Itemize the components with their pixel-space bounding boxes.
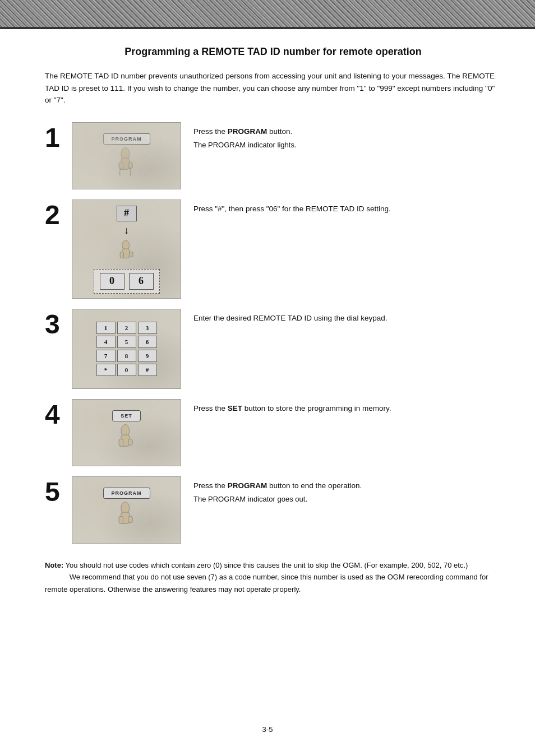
hash-button: #: [117, 206, 137, 221]
step-1-sub: The PROGRAM indicator lights.: [193, 140, 501, 151]
intro-text: The REMOTE TAD ID number prevents unauth…: [45, 70, 501, 106]
step-4-bold: SET: [228, 404, 242, 412]
arrow-down-icon: ↓: [124, 225, 129, 236]
steps-container: 1 PROGRAM: [45, 122, 501, 544]
key-1: 1: [96, 322, 116, 334]
program-button-label: PROGRAM: [103, 133, 150, 145]
svg-rect-7: [129, 252, 132, 257]
key-7: 7: [96, 350, 116, 362]
page-content: Programming a REMOTE TAD ID number for r…: [0, 29, 535, 629]
finger-press-icon: [116, 238, 138, 266]
keypad: 1 2 3 4 5 6 7 8 9 * 0 #: [96, 322, 157, 376]
step-3-text: Enter the desired REMOTE TAD ID using th…: [193, 309, 501, 327]
step-5-sub: The PROGRAM indicator goes out.: [193, 494, 501, 505]
step-2-row: 2 # ↓: [45, 200, 501, 299]
svg-rect-3: [128, 162, 132, 168]
step-2-top: # ↓: [116, 206, 138, 266]
num-row: 0 6: [94, 269, 160, 294]
step-5-action: Press the PROGRAM button to end the oper…: [193, 480, 501, 492]
note-section: Note: You should not use codes which con…: [45, 559, 501, 595]
set-button-label: SET: [112, 410, 141, 421]
key-9: 9: [138, 350, 157, 362]
svg-rect-2: [119, 162, 123, 169]
page-footer: 3-5: [0, 725, 535, 734]
key-8: 8: [117, 350, 136, 362]
key-6: 6: [138, 336, 157, 348]
hand-program2-icon: [113, 499, 141, 532]
step-4-wrapper: SET: [72, 402, 181, 463]
svg-rect-15: [128, 516, 132, 522]
page-title: Programming a REMOTE TAD ID number for r…: [45, 46, 501, 58]
hand-pointing-icon: [113, 145, 141, 178]
num-0: 0: [100, 273, 124, 290]
key-5: 5: [117, 336, 136, 348]
svg-rect-14: [119, 516, 123, 523]
svg-rect-11: [128, 439, 132, 445]
page: Programming a REMOTE TAD ID number for r…: [0, 0, 535, 756]
program-button-2-label: PROGRAM: [103, 488, 150, 499]
note-text-2: We recommend that you do not use seven (…: [45, 573, 488, 593]
step-4-image: SET: [72, 399, 181, 466]
step-3-row: 3 1 2 3 4 5 6 7 8 9: [45, 309, 501, 389]
step-5-bold: PROGRAM: [228, 481, 268, 490]
step-1-image: PROGRAM: [72, 122, 181, 189]
top-band-line: [0, 27, 535, 29]
step-3-image: 1 2 3 4 5 6 7 8 9 * 0 #: [72, 309, 181, 389]
step-1-text: Press the PROGRAM button. The PROGRAM in…: [193, 122, 501, 151]
key-hash: #: [138, 364, 157, 376]
key-2: 2: [117, 322, 136, 334]
key-0: 0: [117, 364, 136, 376]
step-4-action: Press the SET button to store the progra…: [193, 402, 501, 415]
step-1-action: Press the PROGRAM button.: [193, 126, 501, 138]
step-1-wrapper: PROGRAM: [72, 125, 181, 187]
step-5-number: 5: [45, 479, 67, 505]
step-4-number: 4: [45, 401, 67, 428]
step-2-action: Press "#", then press "06" for the REMOT…: [193, 203, 501, 215]
step-1-row: 1 PROGRAM: [45, 122, 501, 189]
top-band: [0, 0, 535, 29]
note-label: Note:: [45, 561, 63, 569]
hand-set-icon: [113, 421, 141, 455]
key-star: *: [96, 364, 116, 376]
step-5-image: PROGRAM: [72, 476, 181, 544]
key-4: 4: [96, 336, 116, 348]
step-4-row: 4 SET Press the SET: [45, 399, 501, 466]
key-3: 3: [138, 322, 157, 334]
step-5-wrapper: PROGRAM: [72, 479, 181, 541]
svg-rect-6: [120, 252, 123, 258]
step-2-image: # ↓ 0 6: [72, 200, 181, 299]
page-number: 3-5: [262, 725, 273, 734]
step-5-text: Press the PROGRAM button to end the oper…: [193, 476, 501, 505]
step-4-text: Press the SET button to store the progra…: [193, 399, 501, 417]
step-1-bold: PROGRAM: [228, 127, 268, 136]
step-3-number: 3: [45, 311, 67, 338]
note-text-1: You should not use codes which contain z…: [66, 561, 468, 569]
num-6: 6: [129, 273, 154, 290]
step-2-text: Press "#", then press "06" for the REMOT…: [193, 200, 501, 217]
step-2-number: 2: [45, 202, 67, 229]
step-1-number: 1: [45, 124, 67, 151]
svg-rect-10: [119, 439, 123, 446]
step-5-row: 5 PROGRAM Press the: [45, 476, 501, 544]
step-3-action: Enter the desired REMOTE TAD ID using th…: [193, 312, 501, 324]
